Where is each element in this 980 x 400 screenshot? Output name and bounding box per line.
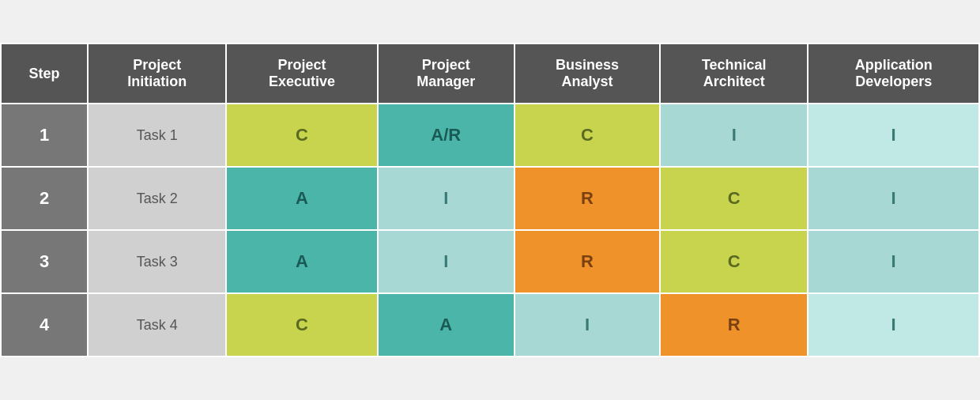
task-cell: Task 1 <box>88 104 226 167</box>
business-analyst-header: Business Analyst <box>514 43 660 104</box>
raci-cell: I <box>660 104 808 167</box>
table-row: 2Task 2AIRCI <box>1 167 979 230</box>
raci-cell: A <box>378 293 514 357</box>
step-cell: 3 <box>1 230 88 293</box>
table-body: 1Task 1CA/RCII2Task 2AIRCI3Task 3AIRCI4T… <box>1 104 979 357</box>
raci-cell: R <box>660 293 808 357</box>
raci-cell: I <box>378 167 514 230</box>
application-developers-header: Application Developers <box>808 43 979 104</box>
raci-cell: I <box>808 230 979 293</box>
raci-cell: I <box>378 230 514 293</box>
raci-cell: C <box>226 104 377 167</box>
raci-cell: I <box>808 167 979 230</box>
project-initiation-header: Project Initiation <box>88 43 226 104</box>
technical-architect-header: Technical Architect <box>660 43 808 104</box>
header-row: Step Project Initiation Project Executiv… <box>1 43 979 104</box>
step-cell: 1 <box>1 104 88 167</box>
raci-cell: I <box>808 104 979 167</box>
raci-cell: I <box>808 293 979 357</box>
raci-cell: R <box>514 167 660 230</box>
raci-cell: A <box>226 167 377 230</box>
raci-table: Step Project Initiation Project Executiv… <box>0 43 980 357</box>
raci-cell: C <box>660 167 808 230</box>
raci-cell: A <box>226 230 377 293</box>
step-cell: 4 <box>1 293 88 357</box>
raci-table-wrapper: Step Project Initiation Project Executiv… <box>0 43 980 357</box>
step-cell: 2 <box>1 167 88 230</box>
raci-cell: C <box>514 104 660 167</box>
raci-cell: C <box>660 230 808 293</box>
task-cell: Task 2 <box>88 167 226 230</box>
table-row: 4Task 4CAIRI <box>1 293 979 357</box>
table-row: 3Task 3AIRCI <box>1 230 979 293</box>
project-manager-header: Project Manager <box>378 43 514 104</box>
raci-cell: I <box>514 293 660 357</box>
step-header: Step <box>1 43 88 104</box>
table-row: 1Task 1CA/RCII <box>1 104 979 167</box>
task-cell: Task 3 <box>88 230 226 293</box>
raci-cell: R <box>514 230 660 293</box>
task-cell: Task 4 <box>88 293 226 357</box>
raci-cell: C <box>226 293 377 357</box>
raci-cell: A/R <box>378 104 514 167</box>
project-executive-header: Project Executive <box>226 43 377 104</box>
